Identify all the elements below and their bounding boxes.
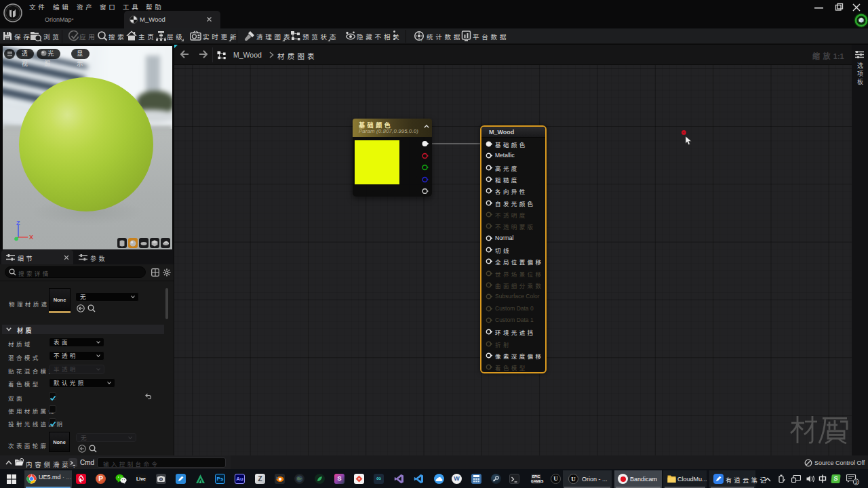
svg-text:3: 3 — [855, 479, 858, 485]
svg-text:X: X — [29, 234, 33, 241]
svg-text:Z: Z — [16, 220, 20, 226]
